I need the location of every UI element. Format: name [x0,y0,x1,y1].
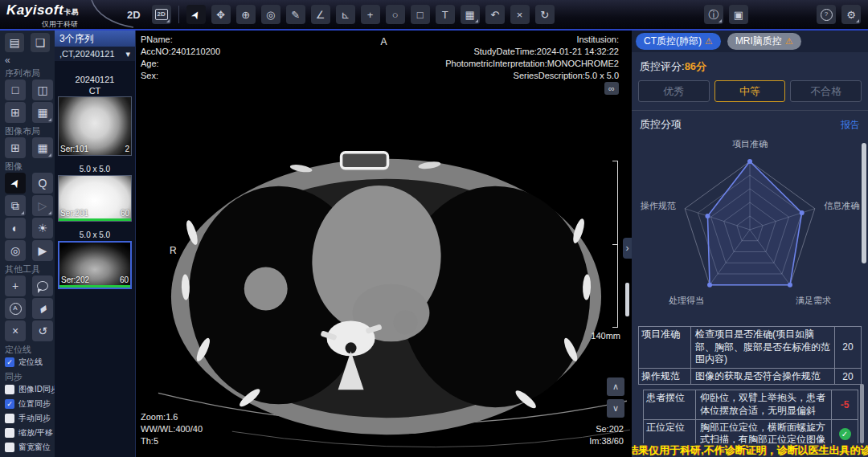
cobb-angle-icon[interactable]: ⊾ [336,5,355,24]
checkbox-item[interactable]: 手动同步 [5,411,55,426]
tab-label: MRI脑质控 [735,35,782,48]
scroll-down-button[interactable]: ∨ [607,399,624,418]
image-layout-2x2-icon[interactable]: ⊞ [5,137,26,158]
mode-2d-label: 2D [127,9,141,21]
section-title: 其他工具 [5,263,55,275]
play-icon[interactable]: ▶ [32,240,53,261]
row-score: -5 [832,390,858,418]
comment-bubble-icon[interactable] [32,275,53,296]
qc-scrollbar-thumb[interactable] [862,143,866,263]
patient-name-label: PName: [141,34,220,46]
unchecked-checkbox-icon[interactable] [5,414,14,423]
report-link[interactable]: 报告 [841,118,860,132]
checkbox-item[interactable]: 窗宽窗位 [5,440,55,455]
save-icon[interactable]: ▣ [729,5,748,24]
brightness-icon[interactable]: ☀ [32,218,53,239]
viewer-scrollbar-thumb[interactable] [625,283,629,316]
unchecked-checkbox-icon[interactable] [5,385,14,394]
checked-checkbox-icon[interactable]: ✓ [5,357,14,367]
reset-icon[interactable]: ↻ [535,5,555,24]
image-info-card-icon[interactable]: ▦ [461,5,480,24]
cine-flag-icon[interactable]: ▷ [32,195,53,216]
unchecked-checkbox-icon[interactable] [5,428,14,438]
magnifier-icon[interactable]: Q [32,173,53,194]
patient-sex-label: Sex: [141,70,220,82]
pacs-app: Kayisoft卡易 仅用于科研 2D 2D ➤✥⊕◎✎∠⊾+○□T▦↶×↻ ⓘ… [0,0,868,457]
patient-age-label: Age: [141,58,220,70]
help-icon[interactable]: ? [817,5,836,24]
delete-annotation-icon[interactable]: × [510,5,530,24]
zoom-in-icon[interactable]: ⊕ [236,5,256,24]
series-layout-3x3-icon[interactable]: ▦ [32,102,53,123]
series-count-header: 3个序列 [55,31,135,47]
photometric-label: PhotometricInterpretation:MONOCHROME2 [445,58,619,70]
checkbox-label: 缩放/平移 [18,427,53,439]
rect-roi-icon[interactable]: □ [411,5,430,24]
qc-radar-chart: 项目准确信息准确满足需求处理得当操作规范 [632,133,868,324]
series-thumb-101[interactable]: 20240121 CT Ser:101 2 [58,74,132,156]
cine-info-icon[interactable]: ⓘ [704,5,723,24]
accession-number-label: AccNO:2401210200 [141,46,220,58]
chevron-down-icon: ▾ [125,49,130,59]
checkbox-label: 定位线 [18,357,43,368]
pointer-tool-icon[interactable]: ➤ [5,173,26,194]
scroll-up-button[interactable]: ∧ [607,377,624,396]
row-label: 操作规范 [639,369,691,385]
ellipse-roi-icon[interactable]: ○ [386,5,405,24]
detail-table-scrollbar-thumb[interactable] [860,384,864,443]
stamp-a-icon[interactable]: A [5,298,26,319]
image-layout-3x3-icon[interactable]: ▦ [32,137,53,158]
checkbox-item[interactable]: 图像ID同步 [5,382,55,397]
checkbox-item[interactable]: 缩放/平移 [5,426,55,440]
export-report-icon[interactable]: ❏ [31,33,50,52]
cross-ruler-icon[interactable]: + [5,275,26,296]
crosshair-icon[interactable]: + [361,5,380,24]
table-row: 项目准确检查项目是否准确(项目如脑部、胸部、腹部是否在标准的范围内容)20 [639,327,861,368]
orientation-a-marker: A [380,35,387,48]
flip-rotate-icon[interactable]: ⧉ [5,195,26,216]
pencil-measure-icon[interactable]: ✎ [286,5,305,24]
undo-icon[interactable]: ↶ [485,5,505,24]
collapse-sidebar-button[interactable]: « [5,55,55,66]
thumb-axial-image: Ser:202 60 [58,241,132,289]
series-layout-2x2-icon[interactable]: ⊞ [5,102,26,123]
checkbox-item[interactable]: ✓定位线 [5,355,55,369]
cursor-icon[interactable]: ➤ [186,5,206,24]
window-level-icon[interactable]: ◎ [261,5,280,24]
checked-checkbox-icon[interactable]: ✓ [5,399,14,409]
series-dropdown[interactable]: ,CT,20240121 ▾ [55,47,135,61]
checkbox-label: 图像ID同步 [18,384,55,395]
series-layout-1x1-icon[interactable]: □ [5,80,26,100]
logo-text: Kayisoft [6,2,63,18]
checkbox-item[interactable]: ✓位置同步 [5,397,55,411]
series-thumb-201[interactable]: 5.0 x 5.0 Ser:201 60 [58,164,132,222]
pan-icon[interactable]: ✥ [211,5,231,24]
grade-excellent-button[interactable]: 优秀 [638,80,710,102]
series-thumb-202-selected[interactable]: 5.0 x 5.0 Ser:202 60 [58,230,132,289]
series-list-icon[interactable]: ▤ [5,33,24,52]
close-tool-icon[interactable]: × [5,320,26,341]
link-icon[interactable]: ∞ [604,82,619,95]
grade-fail-button[interactable]: 不合格 [790,80,862,102]
layout-2d-icon[interactable]: 2D [152,5,171,24]
panel-expander-button[interactable]: › [623,238,632,259]
qc-section-title: 质控分项 [640,117,682,132]
row-label: 患者摆位 [644,390,696,418]
series-layout-1x2-icon[interactable]: ◫ [32,80,53,100]
text-annotation-icon[interactable]: T [436,5,455,24]
grade-medium-button[interactable]: 中等 [714,80,786,102]
angle-icon[interactable]: ∠ [311,5,330,24]
spiral-target-icon[interactable]: ◎ [5,240,26,261]
ct-viewport[interactable]: PName: AccNO:2401210200 Age: Sex: Instit… [135,31,632,457]
ct-axial-image [136,31,632,456]
unchecked-checkbox-icon[interactable] [5,443,14,452]
eraser-icon[interactable]: ▰ [32,298,53,319]
ruler-length-label: 140mm [591,331,620,341]
tab-mri-brain-qc[interactable]: MRI脑质控⚠ [727,33,801,50]
restore-icon[interactable]: ↺ [32,320,53,341]
tab-ct-lung-qc[interactable]: CT质控(肺部)⚠ [636,33,721,50]
section-title: 同步 [5,371,55,382]
checkbox-label: 窗宽窗位 [18,442,51,453]
settings-gear-icon[interactable]: ⚙ [841,5,861,24]
invert-contrast-icon[interactable]: ◐ [5,218,26,239]
